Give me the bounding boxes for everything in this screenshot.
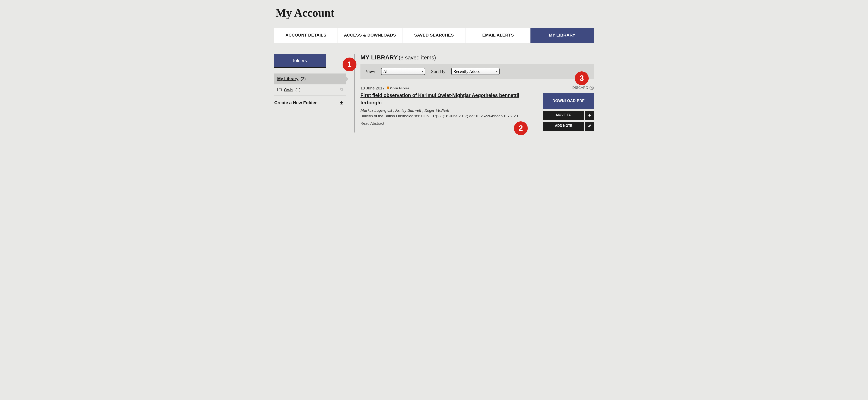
tab-account-details[interactable]: ACCOUNT DETAILS — [274, 28, 338, 43]
gear-icon[interactable] — [339, 87, 344, 93]
main-content: MY LIBRARY (3 saved items) View All Sort… — [354, 54, 594, 133]
author-link[interactable]: Markus Lagerqvist — [361, 108, 392, 112]
callout-3: 3 — [575, 71, 589, 85]
open-access-text: Open Access — [390, 86, 409, 90]
author-link[interactable]: Ashley Banwell — [395, 108, 422, 112]
view-label: View — [366, 69, 375, 74]
move-to-button[interactable]: MOVE TO — [543, 111, 584, 120]
tab-saved-searches[interactable]: SAVED SEARCHES — [402, 28, 466, 43]
discard-button[interactable]: DISCARD — [572, 86, 588, 90]
sidebar-item-owls[interactable]: Owls (1) — [274, 85, 346, 96]
account-tabs: ACCOUNT DETAILS ACCESS & DOWNLOADS SAVED… — [274, 28, 594, 43]
tab-email-alerts[interactable]: EMAIL ALERTS — [466, 28, 530, 43]
edit-note-button[interactable] — [585, 122, 594, 131]
read-abstract-link[interactable]: Read Abstract — [361, 121, 384, 126]
page-title: My Account — [276, 6, 594, 19]
sidebar: folders My Library (3) Owls (1) — [274, 54, 346, 133]
sidebar-tab-folders[interactable]: folders — [274, 54, 326, 68]
folder-label: My Library — [277, 76, 299, 81]
tab-access-downloads[interactable]: ACCESS & DOWNLOADS — [338, 28, 402, 43]
filter-bar: View All Sort By Recently Added — [361, 64, 594, 79]
callout-2: 2 — [514, 121, 528, 135]
folder-icon — [277, 88, 282, 92]
sort-label: Sort By — [431, 69, 445, 74]
move-to-plus-button[interactable]: + — [585, 111, 594, 120]
main-heading: MY LIBRARY — [361, 54, 398, 61]
sidebar-item-my-library[interactable]: My Library (3) — [274, 73, 346, 85]
sort-select[interactable]: Recently Added — [451, 68, 500, 75]
callout-1: 1 — [343, 58, 356, 71]
open-access-badge: Open Access — [386, 86, 409, 91]
main-heading-count: (3 saved items) — [399, 55, 436, 61]
open-access-lock-icon — [386, 86, 389, 91]
view-select[interactable]: All — [381, 68, 425, 75]
create-folder-button[interactable]: Create a New Folder + — [274, 96, 346, 110]
folder-count: (3) — [301, 76, 306, 81]
item-citation: Bulletin of the British Ornithologists' … — [361, 114, 539, 119]
svg-point-0 — [388, 88, 388, 89]
create-folder-label: Create a New Folder — [274, 100, 317, 105]
item-date: 18 June 2017 — [361, 86, 384, 91]
download-pdf-button[interactable]: DOWNLOAD PDF — [543, 93, 594, 109]
tab-my-library[interactable]: MY LIBRARY — [530, 28, 594, 43]
close-icon[interactable]: ✕ — [590, 86, 594, 90]
plus-icon: + — [339, 100, 344, 105]
item-title-link[interactable]: First field observation of Karimui Owlet… — [361, 92, 539, 106]
author-link[interactable]: Roger McNeill — [424, 108, 449, 112]
item-authors: Markus Lagerqvist , Ashley Banwell , Rog… — [361, 108, 539, 113]
folder-count: (1) — [295, 88, 300, 92]
folder-label: Owls — [284, 88, 293, 92]
add-note-button[interactable]: ADD NOTE — [543, 122, 584, 131]
pencil-icon — [588, 124, 591, 129]
